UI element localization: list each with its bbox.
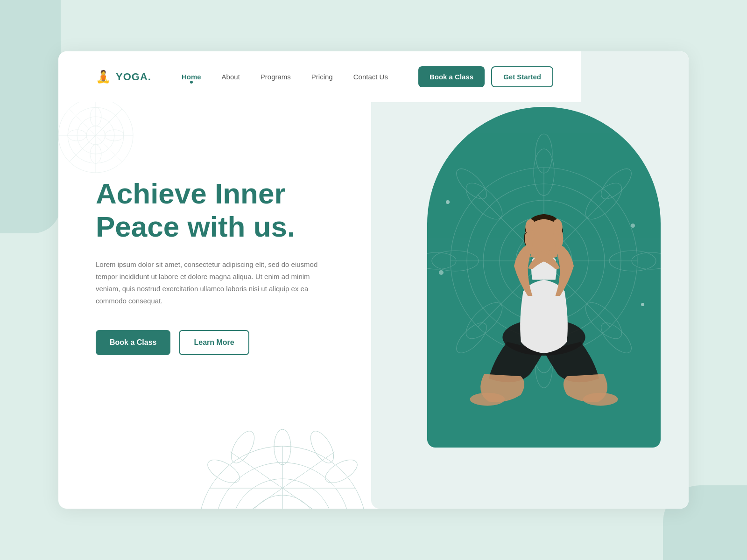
hero-title-line1: Achieve Inner [96, 177, 286, 210]
hero-title-line2: Peace with us. [96, 210, 295, 243]
hero-description: Lorem ipsum dolor sit amet, consectetur … [96, 259, 329, 308]
dot-2 [439, 270, 444, 275]
nav-item-home[interactable]: Home [182, 73, 201, 81]
mandala-bottom-deco [189, 399, 376, 509]
dot-3 [641, 303, 644, 306]
nav-item-programs[interactable]: Programs [261, 73, 291, 81]
logo-icon: 🧘 [96, 70, 111, 84]
nav-item-about[interactable]: About [222, 73, 240, 81]
yoga-image-arch [427, 107, 661, 448]
svg-point-54 [204, 455, 243, 487]
dot-1 [446, 200, 450, 204]
nav: Home About Programs Pricing Contact Us [182, 73, 388, 81]
nav-item-contact[interactable]: Contact Us [353, 73, 388, 81]
header-book-button[interactable]: Book a Class [418, 66, 485, 87]
yoga-person-figure [446, 144, 642, 448]
svg-point-45 [583, 393, 618, 406]
header-get-started-button[interactable]: Get Started [491, 66, 553, 87]
logo-text: YOGA. [116, 71, 151, 83]
header: 🧘 YOGA. Home About Programs Pricing Cont… [58, 51, 581, 102]
hero-right [418, 93, 661, 499]
svg-point-44 [470, 393, 505, 406]
dot-4 [631, 224, 635, 228]
nav-item-pricing[interactable]: Pricing [311, 73, 333, 81]
svg-point-55 [322, 455, 361, 487]
header-buttons: Book a Class Get Started [418, 66, 553, 87]
main-card: 🧘 YOGA. Home About Programs Pricing Cont… [58, 51, 689, 509]
learn-more-button[interactable]: Learn More [179, 330, 249, 355]
main-content: Achieve Inner Peace with us. Lorem ipsum… [58, 102, 689, 355]
book-class-button[interactable]: Book a Class [96, 330, 170, 355]
logo: 🧘 YOGA. [96, 70, 151, 84]
